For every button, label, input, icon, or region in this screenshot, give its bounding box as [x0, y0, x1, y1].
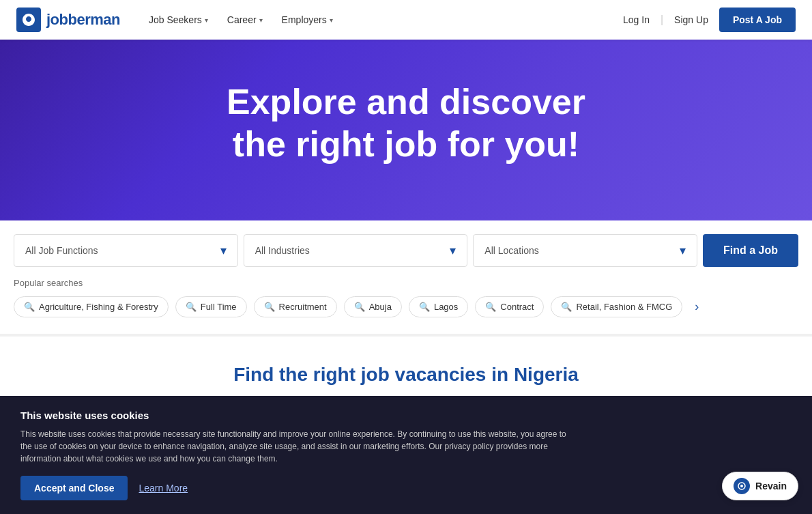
job-functions-label: All Job Functions	[25, 245, 98, 256]
logo-icon	[16, 8, 41, 32]
industries-dropdown[interactable]: All Industries ▾	[244, 234, 468, 267]
tag-contract[interactable]: 🔍 Contract	[475, 296, 544, 317]
bottom-title: Find the right job vacancies in Nigeria	[14, 364, 798, 386]
search-icon: 🔍	[561, 302, 572, 312]
tag-label: Abuja	[369, 302, 392, 312]
nav-employers-label: Employers	[282, 14, 327, 25]
bottom-title-part1: Find the right job vacancies in	[233, 364, 508, 385]
tag-agriculture[interactable]: 🔍 Agriculture, Fishing & Forestry	[14, 296, 169, 317]
navbar: jobberman Job Seekers ▾ Career ▾ Employe…	[0, 0, 812, 40]
nav-item-career[interactable]: Career ▾	[219, 9, 271, 31]
nav-career-label: Career	[227, 14, 257, 25]
post-job-button[interactable]: Post A Job	[719, 8, 796, 32]
search-section: All Job Functions ▾ All Industries ▾ All…	[0, 220, 812, 334]
accept-close-button[interactable]: Accept and Close	[20, 476, 128, 500]
tag-abuja[interactable]: 🔍 Abuja	[344, 296, 402, 317]
login-link[interactable]: Log In	[623, 14, 650, 25]
tag-label: Retail, Fashion & FMCG	[576, 302, 672, 312]
hero-title: Explore and discover the right job for y…	[227, 81, 585, 166]
industries-label: All Industries	[255, 245, 310, 256]
hero-line1: Explore and discover	[227, 82, 585, 122]
popular-searches-label: Popular searches	[14, 278, 798, 288]
search-bar: All Job Functions ▾ All Industries ▾ All…	[0, 220, 812, 267]
cookie-title: This website uses cookies	[20, 410, 792, 421]
revain-icon	[734, 478, 750, 494]
bottom-title-highlight: Nigeria	[514, 364, 579, 385]
revain-label: Revain	[755, 481, 787, 491]
hero-section: Explore and discover the right job for y…	[0, 40, 812, 220]
search-icon: 🔍	[186, 302, 197, 312]
cookie-banner: This website uses cookies This website u…	[0, 396, 812, 514]
chevron-down-icon: ▾	[259, 16, 263, 24]
popular-tags-list: 🔍 Agriculture, Fishing & Forestry 🔍 Full…	[14, 296, 798, 317]
find-job-button[interactable]: Find a Job	[703, 234, 798, 267]
svg-point-1	[740, 485, 743, 487]
locations-label: All Locations	[484, 245, 538, 256]
cookie-actions: Accept and Close Learn More	[20, 476, 792, 500]
popular-searches-section: Popular searches 🔍 Agriculture, Fishing …	[0, 267, 812, 334]
search-icon: 🔍	[485, 302, 496, 312]
more-tags-button[interactable]: ›	[689, 297, 704, 317]
tag-recruitment[interactable]: 🔍 Recruitment	[254, 296, 337, 317]
chevron-down-icon: ▾	[220, 243, 227, 258]
search-icon: 🔍	[419, 302, 430, 312]
chevron-down-icon: ▾	[450, 243, 456, 258]
nav-divider: |	[661, 14, 663, 26]
nav-right: Log In | Sign Up Post A Job	[623, 8, 796, 32]
nav-links: Job Seekers ▾ Career ▾ Employers ▾	[141, 9, 623, 31]
nav-item-job-seekers[interactable]: Job Seekers ▾	[141, 9, 216, 31]
tag-label: Lagos	[434, 302, 458, 312]
learn-more-link[interactable]: Learn More	[139, 483, 188, 494]
signup-link[interactable]: Sign Up	[674, 14, 708, 25]
tag-label: Contract	[500, 302, 534, 312]
chevron-down-icon: ▾	[205, 16, 208, 24]
logo[interactable]: jobberman	[16, 8, 120, 32]
tag-lagos[interactable]: 🔍 Lagos	[409, 296, 468, 317]
tag-label: Full Time	[201, 302, 237, 312]
tag-full-time[interactable]: 🔍 Full Time	[175, 296, 247, 317]
logo-text: jobberman	[46, 11, 120, 29]
chevron-down-icon: ▾	[330, 16, 333, 24]
job-functions-dropdown[interactable]: All Job Functions ▾	[14, 234, 238, 267]
cookie-text: This website uses cookies that provide n…	[20, 428, 566, 465]
revain-badge[interactable]: Revain	[722, 472, 798, 500]
locations-dropdown[interactable]: All Locations ▾	[473, 234, 697, 267]
tag-label: Recruitment	[279, 302, 327, 312]
hero-line2: the right job for you!	[233, 124, 579, 164]
search-icon: 🔍	[264, 302, 275, 312]
search-icon: 🔍	[24, 302, 35, 312]
search-icon: 🔍	[354, 302, 365, 312]
chevron-down-icon: ▾	[680, 243, 686, 258]
tag-label: Agriculture, Fishing & Forestry	[39, 302, 158, 312]
nav-job-seekers-label: Job Seekers	[149, 14, 202, 25]
nav-item-employers[interactable]: Employers ▾	[274, 9, 341, 31]
tag-retail[interactable]: 🔍 Retail, Fashion & FMCG	[551, 296, 682, 317]
